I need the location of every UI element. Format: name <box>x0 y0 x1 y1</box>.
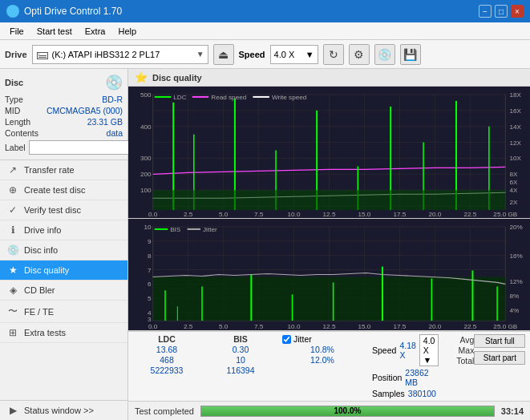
samples-label: Samples <box>372 389 405 398</box>
svg-text:0.0: 0.0 <box>148 323 158 330</box>
start-full-button[interactable]: Start full <box>474 334 525 348</box>
status-window-label: Status window >> <box>24 406 94 415</box>
svg-text:12%: 12% <box>509 279 522 286</box>
speed-selector[interactable]: 4.0 X ▼ <box>270 45 318 64</box>
stats-avg-bis: 0.30 <box>208 345 273 354</box>
disc-contents-value: data <box>107 128 123 138</box>
drive-icon: 🖴 <box>36 47 49 62</box>
extra-tests-icon: ⊞ <box>6 327 19 338</box>
sidebar-item-create-test-disc[interactable]: ⊕ Create test disc <box>0 180 127 200</box>
disc-info-icon: 💿 <box>6 244 19 256</box>
close-button[interactable]: × <box>511 5 524 18</box>
menu-extra[interactable]: Extra <box>79 25 112 38</box>
menu-file[interactable]: File <box>3 25 30 38</box>
eject-button[interactable]: ⏏ <box>213 44 234 65</box>
sidebar-item-cd-bler[interactable]: ◈ CD Bler <box>0 281 127 301</box>
app-title: Opti Drive Control 1.70 <box>24 6 122 17</box>
svg-text:8%: 8% <box>509 293 519 300</box>
sidebar-item-verify-test-disc[interactable]: ✓ Verify test disc <box>0 200 127 220</box>
label-input[interactable] <box>29 140 136 155</box>
disc-panel-icon: 💿 <box>105 74 123 91</box>
charts-container: 500 400 300 200 100 18X 16X 14X 12X 10X … <box>128 87 530 331</box>
menu-start-test[interactable]: Start test <box>30 25 79 38</box>
stats-bis-col: BIS 0.30 10 116394 <box>208 334 273 398</box>
svg-text:16X: 16X <box>509 107 521 115</box>
drive-selector[interactable]: 🖴 (K:) ATAPI iHBS312 2 PL17 ▼ <box>32 45 208 64</box>
stats-total-bis: 116394 <box>208 365 273 375</box>
disc-type-row: Type BD-R <box>5 95 123 104</box>
sidebar-label-transfer-rate: Transfer rate <box>24 165 75 175</box>
svg-text:7.5: 7.5 <box>254 211 264 218</box>
svg-text:17.5: 17.5 <box>393 211 406 218</box>
minimize-button[interactable]: − <box>479 5 492 18</box>
sidebar-label-extra-tests: Extra tests <box>24 328 66 337</box>
disc-length-row: Length 23.31 GB <box>5 117 123 127</box>
svg-text:7.5: 7.5 <box>254 323 264 330</box>
chart-ldc: 500 400 300 200 100 18X 16X 14X 12X 10X … <box>128 87 530 219</box>
sidebar-item-disc-quality[interactable]: ★ Disc quality <box>0 260 127 281</box>
svg-text:2.5: 2.5 <box>184 211 193 218</box>
svg-text:20%: 20% <box>509 224 522 231</box>
progress-label: 100.0% <box>201 406 494 416</box>
disc-quality-header: ⭐ Disc quality <box>128 69 530 87</box>
burn-button[interactable]: 💿 <box>374 44 395 65</box>
start-part-button[interactable]: Start part <box>474 351 525 365</box>
cd-bler-icon: ◈ <box>6 285 19 296</box>
svg-text:300: 300 <box>140 155 152 163</box>
stats-avg-jitter: 10.8% <box>282 345 362 354</box>
jitter-checkbox[interactable] <box>282 335 291 344</box>
disc-label-row: Label ✏ <box>5 140 123 155</box>
sidebar-label-create-test-disc: Create test disc <box>24 185 85 195</box>
settings-button[interactable]: ⚙ <box>349 44 370 65</box>
elapsed-time: 33:14 <box>501 406 524 416</box>
sidebar-item-fe-te[interactable]: 〜 FE / TE <box>0 301 127 323</box>
chart-bis: 10 9 8 7 6 5 4 3 20% 16% 12% 8% 4% 0.0 <box>128 219 530 331</box>
svg-text:4%: 4% <box>509 307 519 314</box>
sidebar-item-disc-info[interactable]: 💿 Disc info <box>0 240 127 260</box>
status-window-button[interactable]: ▶ Status window >> <box>0 401 127 420</box>
svg-rect-58 <box>192 96 208 98</box>
svg-text:10X: 10X <box>509 155 521 163</box>
sidebar-label-drive-info: Drive info <box>24 225 61 235</box>
jitter-label: Jitter <box>293 334 312 344</box>
drive-value: (K:) ATAPI iHBS312 2 PL17 <box>52 50 193 59</box>
stats-total-ldc: 5222933 <box>135 365 199 375</box>
refresh-button[interactable]: ↻ <box>323 44 344 65</box>
stats-ldc-col: LDC 13.68 468 5222933 <box>135 334 199 398</box>
svg-text:5: 5 <box>148 295 152 302</box>
app-icon <box>6 5 19 18</box>
svg-rect-82 <box>153 277 506 321</box>
verify-test-disc-icon: ✓ <box>6 204 19 216</box>
svg-text:8X: 8X <box>509 171 518 178</box>
speed-box-arrow: ▼ <box>423 355 431 365</box>
svg-text:0.0: 0.0 <box>148 211 158 218</box>
menu-help[interactable]: Help <box>111 25 143 38</box>
max-row-label: Max <box>448 345 474 355</box>
sidebar-item-transfer-rate[interactable]: ↗ Transfer rate <box>0 160 127 180</box>
avg-row-label: Avg <box>448 335 474 345</box>
chart-bis-svg: 10 9 8 7 6 5 4 3 20% 16% 12% 8% 4% 0.0 <box>128 219 530 330</box>
svg-text:22.5: 22.5 <box>463 323 476 330</box>
menu-bar: File Start test Extra Help <box>0 22 530 40</box>
stats-jitter-col: Jitter 10.8% 12.0% <box>282 334 362 398</box>
disc-mid-value: CMCMAGBA5 (000) <box>47 106 123 115</box>
sidebar-item-extra-tests[interactable]: ⊞ Extra tests <box>0 323 127 343</box>
title-bar: Opti Drive Control 1.70 − □ × <box>0 0 530 22</box>
maximize-button[interactable]: □ <box>495 5 508 18</box>
sidebar-label-disc-info: Disc info <box>24 245 58 255</box>
speed-dropdown-arrow: ▼ <box>305 50 314 59</box>
sidebar-label-verify-test-disc: Verify test disc <box>24 205 81 215</box>
svg-text:10.0: 10.0 <box>288 211 301 218</box>
svg-text:25.0 GB: 25.0 GB <box>493 211 517 218</box>
sidebar-label-disc-quality: Disc quality <box>24 265 69 275</box>
svg-text:6: 6 <box>148 281 152 288</box>
total-row-label: Total <box>448 356 474 365</box>
save-button[interactable]: 💾 <box>400 44 421 65</box>
fe-te-icon: 〜 <box>6 305 19 318</box>
speed-box-selector[interactable]: 4.0 X ▼ <box>419 334 439 366</box>
sidebar-item-drive-info[interactable]: ℹ Drive info <box>0 220 127 240</box>
svg-text:22.5: 22.5 <box>463 211 476 218</box>
disc-contents-label: Contents <box>5 128 38 138</box>
svg-text:15.0: 15.0 <box>358 323 371 330</box>
disc-mid-label: MID <box>5 106 20 115</box>
